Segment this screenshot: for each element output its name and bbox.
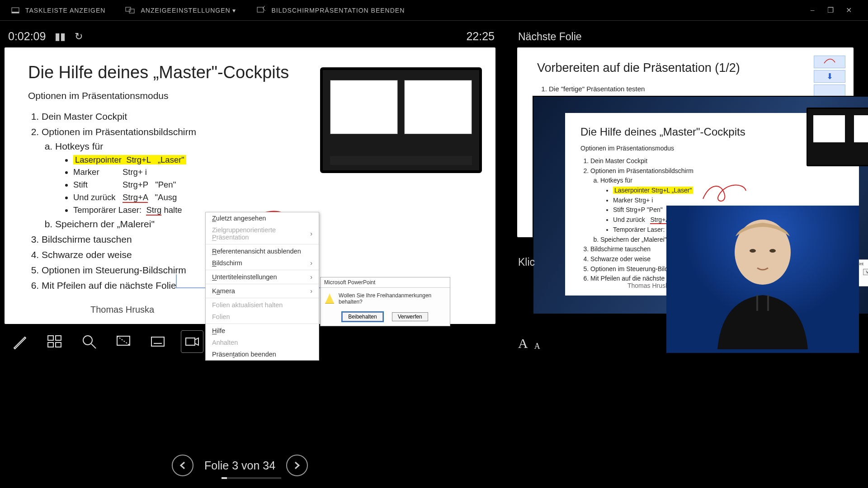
- svg-rect-9: [56, 336, 61, 340]
- menu-pause: Anhalten: [206, 337, 319, 348]
- presenter-head-silhouette: [704, 209, 821, 349]
- next-slide-thumbnails: ⬇: [814, 56, 845, 99]
- notes-font-size-controls: A A: [518, 336, 540, 351]
- menu-screen[interactable]: Bildschirm›: [206, 257, 319, 269]
- photo-subtitle: Optionen im Präsentationsmodus: [580, 145, 844, 152]
- window-minimize-button[interactable]: ‒: [808, 6, 816, 14]
- photo-red-scribble: [701, 181, 750, 203]
- photo-title: Die Hilfe deines „Master"-Cockpits: [580, 126, 844, 138]
- menu-hide-presenter-view[interactable]: Referentenansicht ausblenden: [206, 245, 319, 257]
- svg-line-13: [91, 344, 96, 348]
- black-screen-button[interactable]: [112, 330, 135, 353]
- svg-line-6: [263, 8, 265, 11]
- increase-font-button[interactable]: A: [518, 336, 528, 351]
- svg-rect-15: [151, 337, 164, 346]
- dialog-message: Wollen Sie Ihre Freihandanmerkungen beha…: [339, 292, 445, 305]
- menu-custom-show: Zielgruppenorientierte Präsentation›: [206, 224, 319, 243]
- see-all-slides-button[interactable]: [43, 330, 66, 353]
- next-slide-header: Nächste Folie: [517, 28, 859, 47]
- display-settings-label: ANZEIGEEINSTELLUNGEN ▾: [141, 7, 236, 14]
- photo-author: Thomas Hruska: [627, 282, 672, 289]
- hotkey-back: Und zurück Strg+A "Ausg: [73, 191, 472, 204]
- powerpoint-ink-dialog: Microsoft PowerPoint Wollen Sie Ihre Fre…: [320, 277, 450, 326]
- menu-slides: Folien: [206, 311, 319, 323]
- zoom-tool-button[interactable]: [78, 330, 100, 353]
- svg-rect-8: [48, 336, 53, 340]
- svg-point-23: [769, 249, 776, 253]
- window-close-button[interactable]: ✕: [844, 6, 853, 14]
- window-restore-button[interactable]: ❐: [826, 6, 835, 14]
- svg-rect-11: [56, 343, 61, 347]
- slide-monitor-illustration: [320, 67, 482, 173]
- show-taskbar-label: TASKLEISTE ANZEIGEN: [25, 7, 105, 14]
- svg-point-12: [83, 336, 92, 345]
- photo-mini-monitor: [807, 108, 868, 166]
- menu-camera[interactable]: Kamera›: [206, 285, 319, 297]
- next-slide-item-1: Die "fertige" Präsentation testen: [549, 85, 834, 93]
- svg-rect-17: [186, 338, 195, 345]
- menu-last-viewed[interactable]: Zuletzt angesehen: [206, 212, 319, 224]
- menu-help[interactable]: Hilfe: [206, 325, 319, 337]
- subtitles-button[interactable]: [146, 330, 169, 353]
- slide-author: Thomas Hruska: [90, 305, 154, 315]
- presenter-webcam[interactable]: [666, 206, 859, 353]
- warning-icon: [325, 294, 334, 304]
- menu-keep-slides-updated: Folien aktualisiert halten: [206, 299, 319, 311]
- svg-rect-14: [117, 336, 130, 345]
- display-settings-button[interactable]: ANZEIGEEINSTELLUNGEN ▾: [125, 6, 236, 15]
- slide-navigation: Folie 3 von 34: [172, 455, 308, 476]
- svg-rect-10: [48, 343, 53, 347]
- hotkey-pen: Stift Strg+P "Pen": [73, 178, 472, 191]
- camera-tool-button[interactable]: [181, 330, 203, 353]
- dialog-discard-button[interactable]: Verwerfen: [392, 312, 428, 321]
- presenter-top-bar: TASKLEISTE ANZEIGEN ANZEIGEEINSTELLUNGEN…: [0, 0, 868, 21]
- prev-slide-button[interactable]: [172, 455, 193, 476]
- timer-row: 0:02:09 ▮▮ ↻ 22:25: [5, 28, 499, 47]
- dialog-title: Microsoft PowerPoint: [321, 277, 450, 288]
- decrease-font-button[interactable]: A: [534, 342, 540, 351]
- end-show-icon: [256, 6, 266, 15]
- next-slide-button[interactable]: [286, 455, 308, 476]
- menu-end-presentation[interactable]: Präsentation beenden: [206, 348, 319, 360]
- taskbar-icon: [11, 6, 20, 15]
- presenter-context-menu: Zuletzt angesehen Zielgruppenorientierte…: [205, 212, 319, 361]
- end-slideshow-label: BILDSCHIRMPRÄSENTATION BEENDEN: [272, 7, 405, 14]
- next-slide-title: Vorbereiten auf die Präsentation (1/2): [537, 61, 834, 75]
- pause-timer-button[interactable]: ▮▮: [55, 31, 66, 42]
- show-taskbar-button[interactable]: TASKLEISTE ANZEIGEN: [11, 6, 105, 15]
- pen-tool-button[interactable]: [9, 330, 32, 353]
- elapsed-time: 0:02:09: [8, 30, 46, 43]
- reset-timer-button[interactable]: ↻: [75, 31, 83, 42]
- slide-progress-bar: [222, 477, 281, 479]
- svg-point-22: [750, 249, 756, 253]
- menu-subtitle-settings[interactable]: Untertiteleinstellungen›: [206, 271, 319, 283]
- end-slideshow-button[interactable]: BILDSCHIRMPRÄSENTATION BEENDEN: [256, 6, 405, 15]
- displays-icon: [125, 6, 135, 15]
- svg-rect-1: [12, 12, 19, 13]
- notes-click-prompt[interactable]: Klic: [518, 256, 535, 268]
- dialog-keep-button[interactable]: Beibehalten: [342, 312, 382, 321]
- wall-clock: 22:25: [466, 30, 497, 43]
- slide-counter: Folie 3 von 34: [204, 459, 275, 472]
